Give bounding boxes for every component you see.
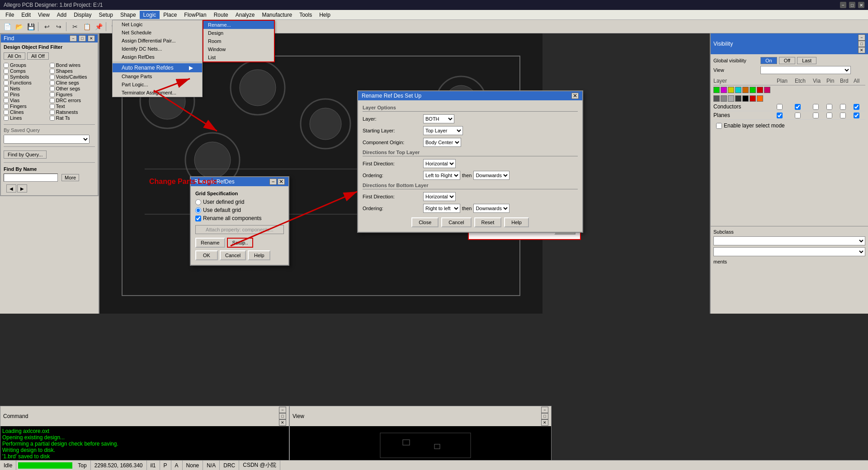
panel-min-btn[interactable]: − [70, 35, 77, 42]
logic-identify-dc[interactable]: Identify DC Nets... [113, 45, 202, 53]
vis-last-btn[interactable]: Last [797, 57, 816, 64]
check-functions[interactable]: Functions [4, 80, 49, 85]
menu-shape[interactable]: Shape [117, 11, 140, 19]
check-comps[interactable]: Comps [4, 68, 49, 74]
conductors-pin[interactable] [826, 104, 832, 110]
menu-setup[interactable]: Setup [95, 11, 117, 19]
view-restore-btn[interactable]: □ [541, 413, 548, 419]
menu-analyze[interactable]: Analyze [232, 11, 259, 19]
menu-tools[interactable]: Tools [296, 11, 316, 19]
planes-all[interactable] [854, 113, 859, 118]
setup-btn[interactable]: Setup.. [227, 238, 254, 248]
check-drc[interactable]: DRC errors [50, 98, 95, 103]
subclass-dropdown2[interactable] [713, 247, 865, 256]
conductors-brd[interactable] [840, 104, 846, 110]
cancel-btn[interactable]: Cancel [220, 250, 246, 260]
menu-place[interactable]: Place [160, 11, 180, 19]
submenu-rename[interactable]: Rename... [203, 21, 274, 29]
swatch-black[interactable] [742, 95, 749, 102]
logic-assign-refdes[interactable]: Assign RefDes [113, 53, 202, 61]
menu-file[interactable]: File [2, 11, 18, 19]
then-top-dropdown[interactable]: Downwards Upwards [473, 171, 509, 180]
swatch-orange2[interactable] [757, 95, 763, 102]
check-fingers[interactable]: Fingers [4, 103, 49, 109]
view-dropdown[interactable] [760, 66, 851, 74]
check-bondwires[interactable]: Bond wires [50, 62, 95, 68]
tb-new[interactable]: 📄 [2, 22, 13, 32]
swatch-gray3[interactable] [728, 95, 734, 102]
planes-brd[interactable] [840, 113, 846, 118]
conductors-etch[interactable] [795, 104, 801, 110]
swatch-darkgray[interactable] [735, 95, 741, 102]
subclass-dropdown[interactable] [713, 236, 865, 245]
close-btn[interactable]: ✕ [858, 2, 864, 8]
check-lines[interactable]: Lines [4, 115, 49, 121]
tb-undo[interactable]: ↩ [42, 22, 52, 32]
first-dir-top-dropdown[interactable]: Horizontal Vertical [423, 159, 456, 168]
menu-help[interactable]: Help [316, 11, 334, 19]
rrs-close-btn[interactable]: Close [411, 217, 439, 227]
rrs-close-btn[interactable]: ✕ [571, 93, 579, 99]
check-symbols[interactable]: Symbols [4, 74, 49, 80]
tb-cut[interactable]: ✂ [70, 22, 80, 32]
minimize-btn[interactable]: − [840, 2, 846, 8]
starting-layer-dropdown[interactable]: Top Layer Bottom Layer [423, 126, 463, 135]
logic-net-schedule[interactable]: Net Schedule [113, 28, 202, 37]
enable-layer-check[interactable] [716, 123, 722, 129]
planes-pin[interactable] [826, 113, 832, 118]
cmd-close-btn[interactable]: ✕ [279, 419, 286, 426]
menu-route[interactable]: Route [210, 11, 232, 19]
submenu-list[interactable]: List [203, 53, 274, 61]
submenu-room[interactable]: Room [203, 37, 274, 45]
panel-restore-btn[interactable]: □ [79, 35, 86, 42]
submenu-design[interactable]: Design [203, 29, 274, 37]
check-figures[interactable]: Figures [50, 92, 95, 97]
rrs-cancel-btn[interactable]: Cancel [441, 217, 471, 227]
tb-redo[interactable]: ↪ [53, 22, 64, 32]
ok-btn[interactable]: OK [195, 250, 218, 260]
logic-assign-diff-pair[interactable]: Assign Differential Pair... [113, 37, 202, 45]
check-other-segs[interactable]: Other segs [50, 86, 95, 91]
view-close-btn[interactable]: ✕ [541, 419, 548, 426]
swatch-red2[interactable] [750, 95, 756, 102]
conductors-plan[interactable] [777, 104, 783, 110]
cmd-restore-btn[interactable]: □ [279, 413, 286, 419]
menu-display[interactable]: Display [70, 11, 95, 19]
swatch-green2[interactable] [750, 87, 756, 93]
menu-add[interactable]: Add [53, 11, 70, 19]
swatch-yellow[interactable] [728, 87, 734, 93]
find-by-query-btn[interactable]: Find by Query... [4, 150, 47, 159]
radio-default-grid[interactable] [195, 207, 201, 213]
ordering-bottom-dropdown[interactable]: Right to left Left to Right [423, 204, 460, 213]
logic-part-logic[interactable]: Part Logic... [113, 80, 202, 89]
swatch-orange[interactable] [742, 87, 749, 93]
check-text[interactable]: Text [50, 103, 95, 109]
rename-all-check[interactable] [195, 216, 201, 221]
check-ratsnests[interactable]: Ratsnests [50, 109, 95, 115]
check-nets[interactable]: Nets [4, 86, 49, 91]
help-btn[interactable]: Help [248, 250, 270, 260]
check-shapes[interactable]: Shapes [50, 68, 95, 74]
swatch-gray1[interactable] [713, 95, 720, 102]
conductors-via[interactable] [813, 104, 819, 110]
rrs-help-btn[interactable]: Help [504, 217, 529, 227]
menu-flowplan[interactable]: FlowPlan [180, 11, 210, 19]
swatch-pink[interactable] [764, 87, 770, 93]
logic-terminator[interactable]: Terminator Assignment... [113, 89, 202, 97]
logic-change-parts[interactable]: Change Parts [113, 72, 202, 80]
tb-paste[interactable]: 📌 [93, 22, 104, 32]
swatch-purple[interactable] [721, 87, 727, 93]
check-voids[interactable]: Voids/Cavities [50, 74, 95, 80]
first-dir-bottom-dropdown[interactable]: Horizontal Vertical [423, 192, 456, 201]
menu-view[interactable]: View [34, 11, 53, 19]
tb-save[interactable]: 💾 [25, 22, 36, 32]
attach-btn[interactable]: Attach property: components... [195, 225, 284, 234]
tb-open[interactable]: 📂 [14, 22, 24, 32]
rrd-close-btn[interactable]: ✕ [278, 179, 285, 185]
vis-off-btn[interactable]: Off [779, 57, 795, 64]
rename-btn[interactable]: Rename [195, 238, 225, 248]
all-on-btn[interactable]: All On [4, 52, 25, 60]
logic-auto-rename[interactable]: Auto Rename Refdes ▶ [113, 63, 202, 72]
vis-min-btn[interactable]: − [858, 34, 865, 41]
vis-on-btn[interactable]: On [760, 57, 777, 64]
